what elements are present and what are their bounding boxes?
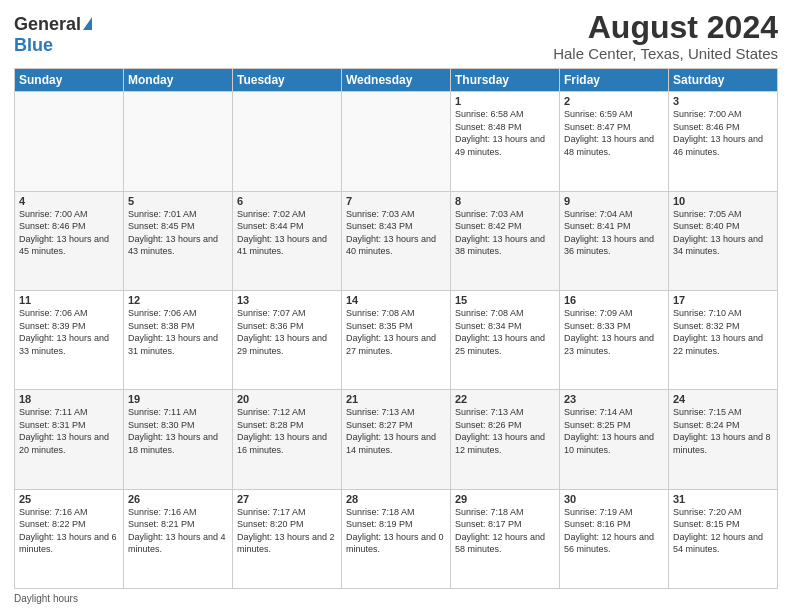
day-number: 25 bbox=[19, 493, 119, 505]
calendar-cell-w5-d7: 31Sunrise: 7:20 AMSunset: 8:15 PMDayligh… bbox=[669, 489, 778, 588]
day-info: Sunrise: 7:01 AMSunset: 8:45 PMDaylight:… bbox=[128, 208, 228, 258]
day-number: 31 bbox=[673, 493, 773, 505]
day-number: 23 bbox=[564, 393, 664, 405]
day-number: 8 bbox=[455, 195, 555, 207]
calendar-cell-w5-d4: 28Sunrise: 7:18 AMSunset: 8:19 PMDayligh… bbox=[342, 489, 451, 588]
calendar-cell-w5-d2: 26Sunrise: 7:16 AMSunset: 8:21 PMDayligh… bbox=[124, 489, 233, 588]
day-info: Sunrise: 7:20 AMSunset: 8:15 PMDaylight:… bbox=[673, 506, 773, 556]
day-number: 3 bbox=[673, 95, 773, 107]
day-info: Sunrise: 7:10 AMSunset: 8:32 PMDaylight:… bbox=[673, 307, 773, 357]
calendar-cell-w4-d3: 20Sunrise: 7:12 AMSunset: 8:28 PMDayligh… bbox=[233, 390, 342, 489]
day-number: 2 bbox=[564, 95, 664, 107]
calendar-subtitle: Hale Center, Texas, United States bbox=[553, 45, 778, 62]
day-info: Sunrise: 7:04 AMSunset: 8:41 PMDaylight:… bbox=[564, 208, 664, 258]
calendar-cell-w4-d1: 18Sunrise: 7:11 AMSunset: 8:31 PMDayligh… bbox=[15, 390, 124, 489]
calendar-header-row: Sunday Monday Tuesday Wednesday Thursday… bbox=[15, 69, 778, 92]
day-info: Sunrise: 7:15 AMSunset: 8:24 PMDaylight:… bbox=[673, 406, 773, 456]
calendar-cell-w1-d3 bbox=[233, 92, 342, 191]
calendar-cell-w4-d5: 22Sunrise: 7:13 AMSunset: 8:26 PMDayligh… bbox=[451, 390, 560, 489]
calendar-week-1: 1Sunrise: 6:58 AMSunset: 8:48 PMDaylight… bbox=[15, 92, 778, 191]
calendar-cell-w5-d3: 27Sunrise: 7:17 AMSunset: 8:20 PMDayligh… bbox=[233, 489, 342, 588]
day-number: 26 bbox=[128, 493, 228, 505]
calendar-table: Sunday Monday Tuesday Wednesday Thursday… bbox=[14, 68, 778, 589]
calendar-cell-w4-d7: 24Sunrise: 7:15 AMSunset: 8:24 PMDayligh… bbox=[669, 390, 778, 489]
day-info: Sunrise: 7:08 AMSunset: 8:35 PMDaylight:… bbox=[346, 307, 446, 357]
day-number: 20 bbox=[237, 393, 337, 405]
col-tuesday: Tuesday bbox=[233, 69, 342, 92]
calendar-cell-w1-d5: 1Sunrise: 6:58 AMSunset: 8:48 PMDaylight… bbox=[451, 92, 560, 191]
day-number: 15 bbox=[455, 294, 555, 306]
day-number: 10 bbox=[673, 195, 773, 207]
day-number: 13 bbox=[237, 294, 337, 306]
calendar-cell-w4-d2: 19Sunrise: 7:11 AMSunset: 8:30 PMDayligh… bbox=[124, 390, 233, 489]
calendar-cell-w5-d6: 30Sunrise: 7:19 AMSunset: 8:16 PMDayligh… bbox=[560, 489, 669, 588]
day-number: 19 bbox=[128, 393, 228, 405]
day-number: 18 bbox=[19, 393, 119, 405]
day-info: Sunrise: 7:00 AMSunset: 8:46 PMDaylight:… bbox=[673, 108, 773, 158]
calendar-cell-w2-d1: 4Sunrise: 7:00 AMSunset: 8:46 PMDaylight… bbox=[15, 191, 124, 290]
day-number: 22 bbox=[455, 393, 555, 405]
day-number: 5 bbox=[128, 195, 228, 207]
col-monday: Monday bbox=[124, 69, 233, 92]
calendar-cell-w2-d6: 9Sunrise: 7:04 AMSunset: 8:41 PMDaylight… bbox=[560, 191, 669, 290]
calendar-cell-w1-d2 bbox=[124, 92, 233, 191]
day-number: 4 bbox=[19, 195, 119, 207]
day-info: Sunrise: 7:18 AMSunset: 8:19 PMDaylight:… bbox=[346, 506, 446, 556]
calendar-cell-w2-d3: 6Sunrise: 7:02 AMSunset: 8:44 PMDaylight… bbox=[233, 191, 342, 290]
day-number: 11 bbox=[19, 294, 119, 306]
calendar-page: General Blue August 2024 Hale Center, Te… bbox=[0, 0, 792, 612]
header: General Blue August 2024 Hale Center, Te… bbox=[14, 10, 778, 62]
calendar-cell-w2-d2: 5Sunrise: 7:01 AMSunset: 8:45 PMDaylight… bbox=[124, 191, 233, 290]
calendar-cell-w5-d5: 29Sunrise: 7:18 AMSunset: 8:17 PMDayligh… bbox=[451, 489, 560, 588]
day-info: Sunrise: 7:18 AMSunset: 8:17 PMDaylight:… bbox=[455, 506, 555, 556]
day-info: Sunrise: 7:17 AMSunset: 8:20 PMDaylight:… bbox=[237, 506, 337, 556]
day-number: 17 bbox=[673, 294, 773, 306]
calendar-cell-w4-d4: 21Sunrise: 7:13 AMSunset: 8:27 PMDayligh… bbox=[342, 390, 451, 489]
calendar-cell-w1-d4 bbox=[342, 92, 451, 191]
day-info: Sunrise: 7:09 AMSunset: 8:33 PMDaylight:… bbox=[564, 307, 664, 357]
calendar-week-4: 18Sunrise: 7:11 AMSunset: 8:31 PMDayligh… bbox=[15, 390, 778, 489]
calendar-cell-w3-d7: 17Sunrise: 7:10 AMSunset: 8:32 PMDayligh… bbox=[669, 290, 778, 389]
day-info: Sunrise: 7:05 AMSunset: 8:40 PMDaylight:… bbox=[673, 208, 773, 258]
day-info: Sunrise: 7:02 AMSunset: 8:44 PMDaylight:… bbox=[237, 208, 337, 258]
footer: Daylight hours bbox=[14, 593, 778, 604]
day-info: Sunrise: 6:58 AMSunset: 8:48 PMDaylight:… bbox=[455, 108, 555, 158]
day-number: 1 bbox=[455, 95, 555, 107]
calendar-cell-w1-d6: 2Sunrise: 6:59 AMSunset: 8:47 PMDaylight… bbox=[560, 92, 669, 191]
day-info: Sunrise: 7:13 AMSunset: 8:26 PMDaylight:… bbox=[455, 406, 555, 456]
calendar-cell-w3-d3: 13Sunrise: 7:07 AMSunset: 8:36 PMDayligh… bbox=[233, 290, 342, 389]
logo: General Blue bbox=[14, 14, 92, 56]
calendar-title: August 2024 bbox=[553, 10, 778, 45]
day-info: Sunrise: 7:06 AMSunset: 8:39 PMDaylight:… bbox=[19, 307, 119, 357]
day-info: Sunrise: 6:59 AMSunset: 8:47 PMDaylight:… bbox=[564, 108, 664, 158]
day-number: 24 bbox=[673, 393, 773, 405]
day-info: Sunrise: 7:11 AMSunset: 8:31 PMDaylight:… bbox=[19, 406, 119, 456]
calendar-cell-w1-d7: 3Sunrise: 7:00 AMSunset: 8:46 PMDaylight… bbox=[669, 92, 778, 191]
col-wednesday: Wednesday bbox=[342, 69, 451, 92]
col-saturday: Saturday bbox=[669, 69, 778, 92]
day-number: 12 bbox=[128, 294, 228, 306]
day-info: Sunrise: 7:03 AMSunset: 8:43 PMDaylight:… bbox=[346, 208, 446, 258]
calendar-week-3: 11Sunrise: 7:06 AMSunset: 8:39 PMDayligh… bbox=[15, 290, 778, 389]
calendar-week-5: 25Sunrise: 7:16 AMSunset: 8:22 PMDayligh… bbox=[15, 489, 778, 588]
day-number: 30 bbox=[564, 493, 664, 505]
day-number: 21 bbox=[346, 393, 446, 405]
day-info: Sunrise: 7:12 AMSunset: 8:28 PMDaylight:… bbox=[237, 406, 337, 456]
day-number: 28 bbox=[346, 493, 446, 505]
day-info: Sunrise: 7:08 AMSunset: 8:34 PMDaylight:… bbox=[455, 307, 555, 357]
day-info: Sunrise: 7:14 AMSunset: 8:25 PMDaylight:… bbox=[564, 406, 664, 456]
day-number: 29 bbox=[455, 493, 555, 505]
day-number: 9 bbox=[564, 195, 664, 207]
logo-blue-text: Blue bbox=[14, 35, 53, 55]
calendar-week-2: 4Sunrise: 7:00 AMSunset: 8:46 PMDaylight… bbox=[15, 191, 778, 290]
calendar-cell-w5-d1: 25Sunrise: 7:16 AMSunset: 8:22 PMDayligh… bbox=[15, 489, 124, 588]
day-number: 27 bbox=[237, 493, 337, 505]
calendar-cell-w1-d1 bbox=[15, 92, 124, 191]
calendar-cell-w3-d1: 11Sunrise: 7:06 AMSunset: 8:39 PMDayligh… bbox=[15, 290, 124, 389]
logo-arrow-icon bbox=[83, 17, 92, 30]
day-info: Sunrise: 7:03 AMSunset: 8:42 PMDaylight:… bbox=[455, 208, 555, 258]
calendar-cell-w3-d6: 16Sunrise: 7:09 AMSunset: 8:33 PMDayligh… bbox=[560, 290, 669, 389]
day-info: Sunrise: 7:19 AMSunset: 8:16 PMDaylight:… bbox=[564, 506, 664, 556]
day-number: 14 bbox=[346, 294, 446, 306]
day-info: Sunrise: 7:07 AMSunset: 8:36 PMDaylight:… bbox=[237, 307, 337, 357]
